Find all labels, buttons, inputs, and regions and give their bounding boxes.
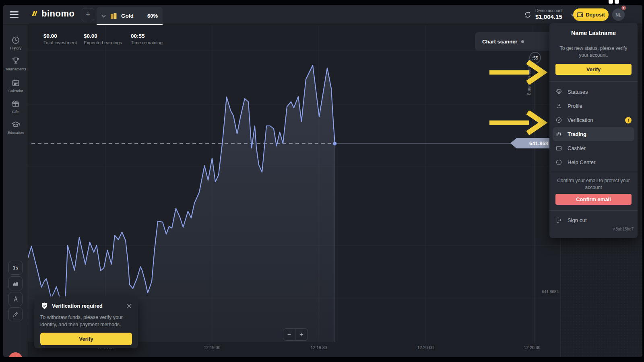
info-icon [555, 159, 562, 166]
popup-verify-button[interactable]: Verify [40, 333, 132, 345]
sidebar-item-education[interactable]: Education [3, 120, 28, 135]
active-tab-underline [97, 24, 163, 25]
popup-body: To withdraw funds, please verify your id… [40, 314, 134, 328]
current-price-tag: 641.868 [510, 138, 552, 148]
chart-scanner-button[interactable]: Chart scanner [475, 32, 553, 51]
clock-icon [11, 35, 21, 45]
wallet-icon [577, 12, 583, 18]
account-balance-value: $1,004.15 [535, 13, 570, 20]
menu-item-trading[interactable]: Trading [553, 127, 634, 141]
sign-out-label: Sign out [568, 217, 587, 223]
asset-name: Gold [121, 13, 134, 19]
app-version: v.8ab15be7 [549, 227, 638, 231]
menu-item-label: Help Center [568, 159, 595, 165]
notification-badge: 1 [621, 5, 627, 11]
gem-icon [555, 88, 562, 95]
drawing-tools-button[interactable] [8, 307, 23, 321]
menu-item-label: Statuses [568, 89, 588, 95]
stat-value: 00:55 [131, 33, 163, 39]
menu-item-label: Cashier [568, 145, 586, 151]
help-button[interactable]: ? [8, 352, 23, 357]
menu-icon[interactable] [10, 11, 19, 18]
stat-value: $0.00 [43, 33, 84, 39]
timeframe-button[interactable]: 1s [8, 261, 23, 275]
sign-out-icon [555, 217, 562, 224]
account-status-note: To get new status, please verify your ac… [556, 45, 632, 59]
sidebar-item-label: History [3, 46, 28, 50]
chart-type-button[interactable] [8, 276, 23, 290]
menu-item-help-center[interactable]: Help Center [549, 155, 638, 169]
menu-item-label: Verification [568, 117, 593, 123]
add-asset-tab-button[interactable]: + [82, 8, 94, 21]
sidebar-item-gifts[interactable]: Gifts [3, 99, 28, 114]
menu-item-label: Profile [568, 103, 582, 109]
deposit-button[interactable]: Deposit [573, 8, 609, 21]
close-icon[interactable] [126, 303, 132, 309]
email-note: Confirm your email to protect your accou… [553, 177, 634, 191]
deposit-label: Deposit [586, 12, 605, 18]
price-axis-label: 641.8684 [511, 290, 559, 294]
stat-label: Time remaining [131, 40, 163, 45]
check-circle-icon [555, 117, 562, 123]
zoom-out-button[interactable]: − [283, 328, 295, 341]
sidebar-item-history[interactable]: History [3, 35, 28, 50]
stat-label: Expected earnings [84, 40, 131, 45]
countdown-badge: :55 [529, 52, 541, 64]
asset-payout: 60% [147, 13, 158, 19]
account-balance[interactable]: Demo account $1,004.15 [535, 8, 570, 20]
divider [549, 210, 638, 211]
x-axis-label: 12:20:00 [417, 345, 434, 350]
logo-text: binomo [41, 8, 74, 19]
x-axis-label: 12:20:30 [524, 345, 541, 350]
graduation-cap-icon [11, 120, 21, 130]
sidebar-item-tournaments[interactable]: Tournaments [3, 56, 28, 71]
sidebar: History Tournaments Calendar [3, 25, 28, 357]
menu-item-cashier[interactable]: Cashier [549, 141, 638, 155]
pencil-icon [12, 311, 19, 318]
candlestick-chart-icon [555, 131, 562, 138]
stat-expected-earnings: $0.00 Expected earnings [84, 33, 131, 45]
x-axis-label: 12:19:00 [204, 345, 221, 350]
gift-icon [11, 99, 21, 109]
calendar-icon [11, 78, 21, 88]
x-axis-label: 12:19:30 [311, 345, 327, 350]
menu-item-profile[interactable]: Profile [549, 99, 638, 113]
verification-popup: Verification required To withdraw funds,… [34, 296, 138, 348]
refresh-icon[interactable] [524, 11, 532, 19]
stat-time-remaining: 00:55 Time remaining [131, 33, 163, 45]
window-control-icon [615, 0, 619, 4]
account-name: Name Lastname [549, 30, 638, 36]
indicators-button[interactable] [8, 292, 23, 306]
menu-item-verification[interactable]: Verification ! [549, 113, 638, 127]
area-chart-icon [12, 280, 19, 287]
sign-out-button[interactable]: Sign out [549, 214, 638, 226]
stat-total-investment: $0.00 Total investment [43, 33, 84, 45]
account-type-label: Demo account [535, 8, 570, 13]
verify-button[interactable]: Verify [555, 64, 632, 75]
current-price-dot [333, 142, 337, 146]
topbar: binomo + Gold 60% [3, 5, 642, 25]
wallet-icon [555, 145, 562, 152]
menu-item-label: Trading [568, 131, 586, 137]
shield-check-icon [40, 302, 49, 310]
sidebar-item-label: Gifts [3, 110, 28, 114]
confirm-email-button[interactable]: Confirm email [555, 194, 632, 205]
popup-title: Verification required [52, 303, 123, 309]
zoom-in-button[interactable]: + [295, 328, 308, 341]
gold-asset-icon [109, 12, 118, 20]
sidebar-item-calendar[interactable]: Calendar [3, 78, 28, 93]
sidebar-item-label: Tournaments [3, 67, 28, 71]
binomo-logo: binomo [30, 8, 74, 19]
time-remaining-marker-label: Time remaining [527, 65, 532, 109]
app-window: 12:18:3012:19:0012:19:3012:20:0012:20:30… [3, 5, 642, 357]
menu-item-statuses[interactable]: Statuses [549, 85, 638, 99]
asset-tab-gold[interactable]: Gold 60% [97, 7, 163, 25]
stat-value: $0.00 [84, 33, 131, 39]
trophy-icon [11, 56, 21, 66]
scanner-status-dot-icon [521, 40, 524, 43]
sidebar-item-label: Education [3, 131, 28, 135]
trade-stats: $0.00 Total investment $0.00 Expected ea… [43, 33, 163, 45]
divider [549, 172, 638, 172]
alert-badge: ! [625, 117, 632, 123]
chart-zoom-controls: − + [283, 328, 308, 341]
